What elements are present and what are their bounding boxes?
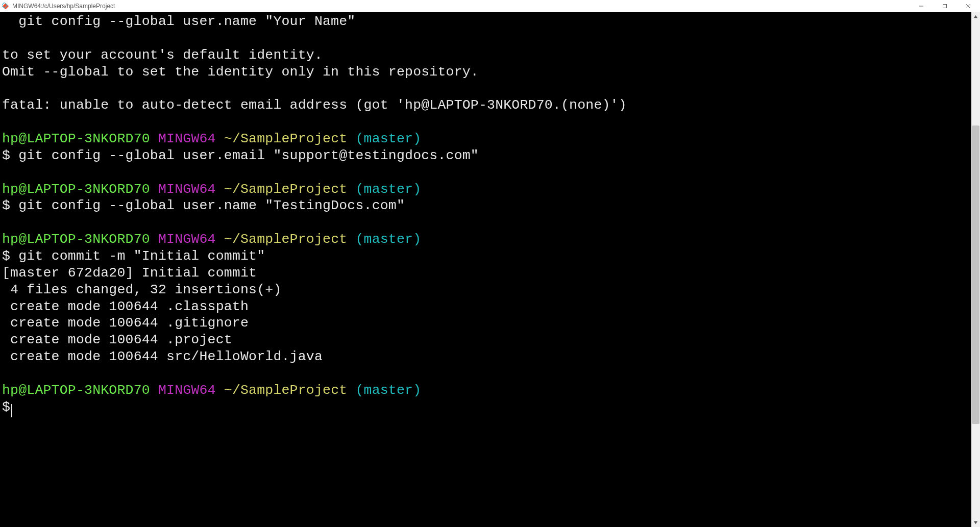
prompt-env: MINGW64 <box>158 131 216 146</box>
prompt-userhost: hp@LAPTOP-3NKORD70 <box>2 232 150 247</box>
prompt-env: MINGW64 <box>158 383 216 398</box>
close-button[interactable] <box>957 0 980 12</box>
terminal-line: git config --global user.name "Your Name… <box>2 14 355 29</box>
prompt-branch: (master) <box>355 383 421 398</box>
titlebar: MINGW64:/c/Users/hp/SampleProject <box>0 0 980 12</box>
prompt-userhost: hp@LAPTOP-3NKORD70 <box>2 131 150 146</box>
terminal-line: Omit --global to set the identity only i… <box>2 64 479 80</box>
app-icon <box>2 3 9 10</box>
prompt-userhost: hp@LAPTOP-3NKORD70 <box>2 383 150 398</box>
prompt-path: ~/SampleProject <box>224 131 348 146</box>
scrollbar-thumb[interactable] <box>972 126 979 424</box>
window-controls <box>910 0 980 12</box>
terminal-wrap: git config --global user.name "Your Name… <box>0 12 980 527</box>
prompt-branch: (master) <box>355 232 421 247</box>
prompt-symbol: $ <box>2 148 10 163</box>
prompt-branch: (master) <box>355 182 421 197</box>
terminal-line: create mode 100644 .classpath <box>2 299 249 314</box>
prompt-env: MINGW64 <box>158 232 216 247</box>
terminal-line: create mode 100644 src/HelloWorld.java <box>2 349 323 364</box>
terminal-line: [master 672da20] Initial commit <box>2 265 257 281</box>
prompt-path: ~/SampleProject <box>224 182 348 197</box>
prompt-path: ~/SampleProject <box>224 383 348 398</box>
terminal-command: git config --global user.email "support@… <box>18 148 479 163</box>
terminal[interactable]: git config --global user.name "Your Name… <box>0 12 980 527</box>
svg-rect-3 <box>943 4 947 8</box>
prompt-symbol: $ <box>2 399 10 415</box>
terminal-line: 4 files changed, 32 insertions(+) <box>2 282 282 297</box>
scroll-down-button[interactable] <box>971 518 980 527</box>
terminal-command: git config --global user.name "TestingDo… <box>18 198 405 213</box>
minimize-button[interactable] <box>910 0 933 12</box>
scroll-up-button[interactable] <box>971 12 980 21</box>
svg-marker-9 <box>974 521 977 524</box>
prompt-env: MINGW64 <box>158 182 216 197</box>
cursor <box>11 404 12 417</box>
svg-marker-8 <box>974 15 977 18</box>
terminal-line: fatal: unable to auto-detect email addre… <box>2 97 627 113</box>
prompt-symbol: $ <box>2 248 10 264</box>
terminal-line: to set your account's default identity. <box>2 47 323 63</box>
window-title: MINGW64:/c/Users/hp/SampleProject <box>12 3 115 10</box>
prompt-path: ~/SampleProject <box>224 232 348 247</box>
terminal-line: create mode 100644 .project <box>2 332 232 347</box>
terminal-line: create mode 100644 .gitignore <box>2 315 249 331</box>
prompt-userhost: hp@LAPTOP-3NKORD70 <box>2 182 150 197</box>
terminal-command: git commit -m "Initial commit" <box>18 248 265 264</box>
scrollbar-track[interactable] <box>971 12 980 527</box>
maximize-button[interactable] <box>933 0 957 12</box>
prompt-symbol: $ <box>2 198 10 213</box>
titlebar-left: MINGW64:/c/Users/hp/SampleProject <box>0 3 115 10</box>
prompt-branch: (master) <box>355 131 421 146</box>
